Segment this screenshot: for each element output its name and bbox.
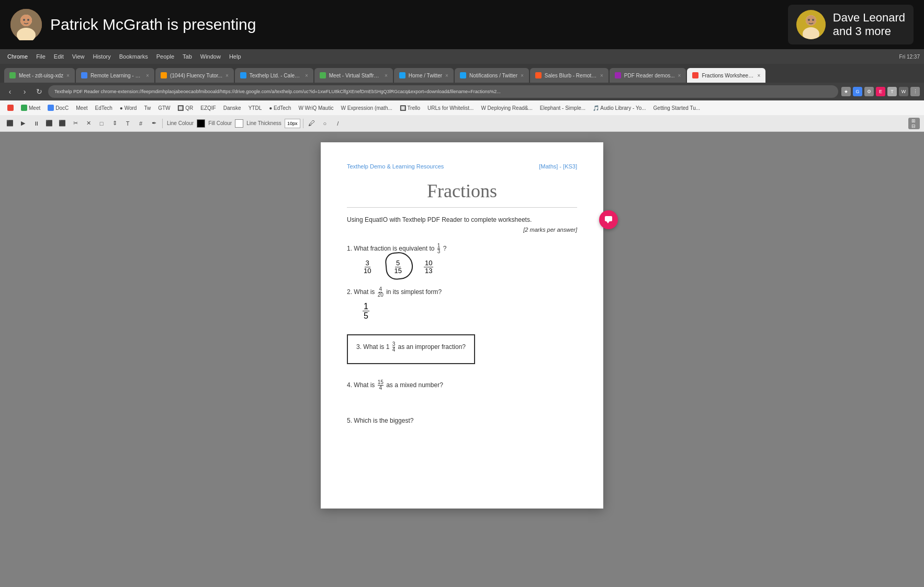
tool-cut[interactable]: ✂: [70, 118, 81, 129]
menu-history[interactable]: History: [89, 52, 114, 61]
bookmark-deploying[interactable]: W Deploying Read&...: [478, 104, 535, 112]
bookmark-tw[interactable]: Tw: [141, 104, 154, 112]
bookmark-danske[interactable]: Danske: [220, 104, 244, 112]
q3-inline-fraction: 3 4: [392, 342, 396, 353]
tab-virtual-staffroom[interactable]: Meet - Virtual Staffroom ×: [314, 68, 393, 83]
menu-file[interactable]: File: [33, 52, 49, 61]
tab-meet[interactable]: Meet - zdt-uisg-xdz ×: [4, 68, 75, 83]
bookmark-trello[interactable]: 🔲 Trello: [397, 104, 423, 112]
bookmark-edtech2[interactable]: ● EdTech: [266, 104, 294, 112]
bookmark-ytdl[interactable]: YTDL: [245, 104, 265, 112]
menu-window[interactable]: Window: [197, 52, 224, 61]
tab-close[interactable]: ×: [521, 73, 524, 78]
menu-bookmarks[interactable]: Bookmarks: [116, 52, 151, 61]
tab-close[interactable]: ×: [66, 73, 70, 78]
question-4: 4. What is 15 4 as a mixed number?: [347, 380, 577, 391]
bookmark-docc[interactable]: DocC: [44, 104, 72, 112]
extension-icon4[interactable]: T: [887, 87, 897, 96]
tab-close[interactable]: ×: [758, 73, 761, 78]
tool-square1[interactable]: ⬛: [43, 118, 55, 129]
tab-close[interactable]: ×: [678, 73, 681, 78]
extension-icon1[interactable]: G: [853, 87, 862, 96]
extension-icon3[interactable]: E: [876, 87, 885, 96]
tab-pdf-reader-demos[interactable]: PDF Reader demos... ×: [610, 68, 686, 83]
bm-favicon: [7, 105, 14, 111]
q4-text: 4. What is 15 4 as a mixed number?: [347, 380, 577, 391]
forward-button[interactable]: ›: [19, 86, 30, 97]
bookmark-meet[interactable]: Meet: [18, 104, 43, 112]
fill-colour-swatch[interactable]: [235, 119, 243, 128]
tool-line[interactable]: /: [332, 118, 344, 129]
back-button[interactable]: ‹: [4, 86, 16, 97]
address-bar[interactable]: Texthelp PDF Reader chrome-extension://f…: [48, 85, 838, 98]
tab-close[interactable]: ×: [600, 73, 603, 78]
menu-edit[interactable]: Edit: [51, 52, 67, 61]
tab-close[interactable]: ×: [445, 73, 448, 78]
tab-remote-learning[interactable]: Remote Learning - Google D... ×: [76, 68, 154, 83]
q4-inline-fraction: 15 4: [378, 380, 384, 391]
line-colour-swatch[interactable]: [197, 119, 205, 128]
bookmark-getting-started[interactable]: Getting Started Tu...: [650, 104, 704, 112]
tab-close[interactable]: ×: [226, 73, 229, 78]
toolbar-right-icons: ⊞ ⊟: [908, 118, 920, 129]
pdf-toolbar: ⬛ ▶ ⏸ ⬛ ⬛ ✂ ✕ □ ⇕ T # ✒ Line Colour Fill…: [0, 115, 924, 132]
thickness-input[interactable]: 10px: [285, 119, 300, 128]
bookmark-ezqif[interactable]: EZQIF: [197, 104, 219, 112]
tool-square3[interactable]: □: [96, 118, 107, 129]
view-toggle[interactable]: ⊞ ⊟: [908, 118, 920, 129]
tool-square2[interactable]: ⬛: [57, 118, 68, 129]
tool-circle[interactable]: ○: [319, 118, 331, 129]
browser-content: Texthelp Demo & Learning Resources [Math…: [0, 132, 924, 587]
bookmark-meet2[interactable]: Meet: [73, 104, 91, 112]
tool-arrow2[interactable]: ⇕: [109, 118, 120, 129]
extension-icon2[interactable]: ⚙: [864, 87, 874, 96]
tab-twitter[interactable]: Home / Twitter ×: [394, 68, 454, 83]
extension-icon5[interactable]: W: [899, 87, 908, 96]
bookmark-icon[interactable]: ★: [841, 87, 851, 96]
tab-close[interactable]: ×: [385, 73, 388, 78]
favicon: [320, 72, 326, 78]
tab-fluency[interactable]: (1044) Fluency Tutor... ×: [155, 68, 234, 83]
chrome-tabs-bar: Meet - zdt-uisg-xdz × Remote Learning - …: [0, 64, 924, 83]
fraction-5-15: 5 15: [393, 259, 402, 275]
more-button[interactable]: ⋮: [910, 87, 920, 96]
bookmark-elephant[interactable]: Elephant - Simple...: [537, 104, 589, 112]
menu-tab[interactable]: Tab: [179, 52, 195, 61]
bookmark-edtech[interactable]: EdTech: [92, 104, 115, 112]
tab-fractions-active[interactable]: Fractions Worksheet - KS3.pdf ×: [687, 68, 765, 83]
tab-label: Meet - Virtual Staffroom: [329, 73, 381, 78]
q5-label: 5. Which is the biggest?: [347, 417, 413, 424]
tab-label: (1044) Fluency Tutor...: [170, 73, 222, 78]
bookmark-gmail[interactable]: [4, 104, 17, 112]
tab-notifications-twitter[interactable]: Notifications / Twitter ×: [455, 68, 529, 83]
tool-select[interactable]: ⬛: [4, 118, 16, 129]
frac-den: 5: [363, 311, 369, 321]
refresh-button[interactable]: ↻: [33, 86, 45, 97]
tab-sales-blurb[interactable]: Sales Blurb - Remote Learni... ×: [530, 68, 609, 83]
tool-pause[interactable]: ⏸: [30, 118, 42, 129]
tool-pen[interactable]: ✒: [148, 118, 160, 129]
tab-close[interactable]: ×: [146, 73, 149, 78]
bookmark-word[interactable]: ● Word: [117, 104, 140, 112]
tab-close[interactable]: ×: [305, 73, 308, 78]
tool-cross[interactable]: ✕: [83, 118, 94, 129]
menu-view[interactable]: View: [69, 52, 88, 61]
menu-people[interactable]: People: [153, 52, 177, 61]
bookmark-expression[interactable]: W Expression (math...: [337, 104, 395, 112]
bm-favicon: [21, 105, 27, 111]
bookmark-audio[interactable]: 🎵 Audio Library - Yo...: [590, 104, 649, 112]
bookmark-wriq[interactable]: W WriQ Mautic: [295, 104, 336, 112]
tool-hash[interactable]: #: [135, 118, 147, 129]
bookmark-gtw[interactable]: GTW: [155, 104, 173, 112]
menu-chrome[interactable]: Chrome: [4, 52, 31, 61]
q5-text: 5. Which is the biggest?: [347, 417, 577, 424]
favicon: [535, 72, 542, 78]
bookmark-urls[interactable]: URLs for Whitelist...: [424, 104, 477, 112]
tool-pencil-icon[interactable]: 🖊: [306, 118, 318, 129]
bookmark-qr[interactable]: 🔲 QR: [174, 104, 196, 112]
tab-texthelp-cal[interactable]: Texthelp Ltd. - Calendar... ×: [235, 68, 313, 83]
annotation-button[interactable]: [599, 210, 618, 229]
menu-help[interactable]: Help: [226, 52, 244, 61]
tool-text[interactable]: T: [122, 118, 133, 129]
tool-arrow1[interactable]: ▶: [17, 118, 29, 129]
